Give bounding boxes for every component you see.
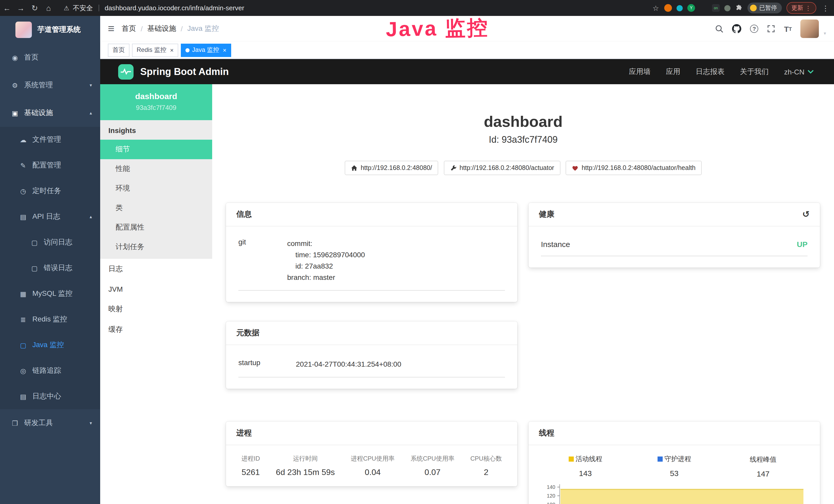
sidebar-item-config-mgmt[interactable]: ✎ 配置管理 (0, 153, 100, 178)
sidebar-item-dev-tools[interactable]: ❒ 研发工具 ▾ (0, 409, 100, 437)
sba-menu-performance[interactable]: 性能 (100, 159, 212, 179)
sba-menu-environment[interactable]: 环境 (100, 179, 212, 198)
bookmark-star-icon[interactable]: ☆ (652, 4, 660, 12)
hamburger-menu-icon[interactable]: ≡ (100, 23, 122, 35)
sba-nav-journal[interactable]: 日志报表 (696, 67, 725, 76)
threads-chart-plot (559, 484, 808, 504)
github-icon[interactable] (732, 24, 741, 33)
sba-menu-mappings[interactable]: 映射 (100, 299, 212, 319)
extension-icon-orange[interactable] (664, 4, 672, 12)
sidebar-item-access-logs[interactable]: ▢ 访问日志 (0, 230, 100, 255)
divider (98, 5, 99, 11)
layers-icon: ≣ (19, 316, 28, 323)
error-log-icon: ▢ (30, 264, 39, 272)
sba-menu-logs[interactable]: 日志 (100, 259, 212, 279)
browser-home-icon[interactable]: ⌂ (42, 4, 56, 12)
sidebar-item-file-mgmt[interactable]: ☁ 文件管理 (0, 127, 100, 153)
threads-chart-area (561, 489, 804, 504)
chrome-update-button[interactable]: 更新 ⋮ (786, 2, 816, 14)
extension-icon-green[interactable]: Y (687, 4, 695, 12)
app-title: 芋道管理系统 (38, 25, 81, 35)
metric-pid: 进程ID 5261 (241, 455, 260, 477)
sidebar-item-java-monitor[interactable]: ▢ Java 监控 (0, 332, 100, 358)
api-log-icon: ▤ (19, 213, 28, 221)
extension-icon-grid[interactable] (700, 4, 707, 12)
sba-nav-wallboard[interactable]: 应用墙 (629, 67, 651, 76)
sidebar-item-home[interactable]: ◉ 首页 (0, 44, 100, 71)
chevron-down-icon (808, 70, 814, 74)
extension-icon-leaf[interactable] (724, 5, 730, 11)
extension-icon-on-badge[interactable]: on (712, 4, 720, 12)
instance-id: Id: 93a3fc7f7409 (212, 135, 834, 145)
health-instance-row[interactable]: Instance UP (541, 234, 808, 256)
profile-paused-badge[interactable]: 已暂停 (747, 3, 782, 13)
extension-icon-teal[interactable] (677, 5, 683, 11)
sidebar-item-infrastructure[interactable]: ▣ 基础设施 ▴ (0, 99, 100, 127)
process-metrics: 进程ID 5261 运行时间 6d 23h 15m 59s 进程CPU使用率 0… (238, 452, 505, 477)
breadcrumb-infrastructure[interactable]: 基础设施 (147, 24, 176, 33)
sidebar-item-tracing[interactable]: ◎ 链路追踪 (0, 358, 100, 384)
url-text: dashboard.yudao.iocoder.cn/infra/admin-s… (105, 4, 244, 12)
service-url-button[interactable]: http://192.168.0.2:48080/ (345, 161, 438, 175)
swatch-blue (657, 457, 662, 462)
card-metadata: 元数据 startup 2021-04-27T00:44:31.254+08:0… (226, 321, 517, 389)
screen: ← → ↻ ⌂ ⚠ 不安全 dashboard.yudao.iocoder.cn… (0, 0, 834, 504)
tags-view: 首页 Redis 监控 × Java 监控 × (100, 42, 834, 59)
user-avatar[interactable] (800, 20, 819, 38)
fullscreen-icon[interactable] (767, 25, 775, 33)
locale-select[interactable]: zh-CN (784, 68, 814, 76)
breadcrumb-home[interactable]: 首页 (122, 24, 136, 33)
infrastructure-icon: ▣ (10, 109, 20, 117)
close-icon[interactable]: × (223, 46, 226, 54)
sba-nav-applications[interactable]: 应用 (666, 67, 680, 76)
metric-uptime: 运行时间 6d 23h 15m 59s (276, 455, 335, 477)
close-icon[interactable]: × (170, 46, 174, 54)
sba-selected-instance[interactable]: dashboard 93a3fc7f7409 (100, 84, 212, 120)
sba-menu-classes[interactable]: 类 (100, 198, 212, 218)
sidebar-item-cron-jobs[interactable]: ◷ 定时任务 (0, 178, 100, 204)
tab-java-monitor[interactable]: Java 监控 × (181, 43, 231, 57)
card-info: 信息 git commit: time: 1596289704000 id: 2… (226, 203, 517, 302)
forward-icon[interactable]: → (14, 4, 28, 12)
sidebar-item-api-logs[interactable]: ▤ API 日志 ▴ (0, 204, 100, 230)
sidebar-item-system-mgmt[interactable]: ⚙ 系统管理 ▾ (0, 71, 100, 99)
status-badge: UP (797, 240, 808, 249)
sidebar-item-mysql-monitor[interactable]: ▦ MySQL 监控 (0, 281, 100, 306)
sba-menu-config-props[interactable]: 配置属性 (100, 218, 212, 237)
sidebar-menu: ◉ 首页 ⚙ 系统管理 ▾ ▣ 基础设施 ▴ ☁ 文件管理 ✎ 配置管理 (0, 44, 100, 437)
reload-icon[interactable]: ↻ (28, 3, 42, 13)
sba-nav-about[interactable]: 关于我们 (740, 67, 769, 76)
actuator-url-button[interactable]: http://192.168.0.2:48080/actuator (444, 161, 560, 175)
extensions-puzzle-icon[interactable] (735, 4, 743, 12)
app-logo-image (16, 22, 32, 38)
help-icon[interactable]: ? (750, 25, 758, 33)
card-process: 进程 进程ID 5261 运行时间 6d 23h 15m 59s 进程CPU使用… (226, 421, 517, 486)
sba-menu-details[interactable]: 细节 (100, 140, 212, 159)
spring-boot-admin-logo[interactable] (118, 64, 134, 79)
info-git-row: git commit: time: 1596289704000 id: 27aa… (238, 234, 505, 291)
app-logo[interactable]: 芋道管理系统 (0, 16, 100, 44)
sba-menu-scheduled-tasks[interactable]: 计划任务 (100, 237, 212, 257)
address-bar[interactable]: ⚠ 不安全 dashboard.yudao.iocoder.cn/infra/a… (64, 3, 652, 13)
sidebar-item-redis-monitor[interactable]: ≣ Redis 监控 (0, 306, 100, 332)
sba-menu-caches[interactable]: 缓存 (100, 319, 212, 340)
font-size-icon[interactable]: TT (784, 24, 792, 33)
caret-down-icon: ▾ (824, 31, 826, 38)
sidebar-item-error-logs[interactable]: ▢ 错误日志 (0, 255, 100, 281)
browser-actions: ☆ Y on 已暂停 更新 ⋮ ⋮ (652, 2, 834, 14)
chevron-up-icon: ▴ (90, 110, 92, 116)
tab-redis-monitor[interactable]: Redis 监控 × (132, 43, 178, 57)
threads-legend: 活动线程 143 守护进程 53 线程峰值 147 (541, 452, 808, 478)
sba-brand-title[interactable]: Spring Boot Admin (140, 66, 229, 77)
history-icon[interactable]: ↺ (803, 210, 810, 219)
sidebar-item-log-center[interactable]: ▤ 日志中心 (0, 384, 100, 409)
back-icon[interactable]: ← (0, 4, 14, 12)
browser-menu-icon[interactable]: ⋮ (822, 4, 829, 12)
health-url-button[interactable]: http://192.168.0.2:48080/actuator/health (566, 161, 701, 175)
browser-toolbar: ← → ↻ ⌂ ⚠ 不安全 dashboard.yudao.iocoder.cn… (0, 0, 834, 16)
sba-menu-jvm[interactable]: JVM (100, 279, 212, 299)
chevron-down-icon: ▾ (90, 420, 92, 426)
search-icon[interactable] (715, 25, 723, 33)
tab-home[interactable]: 首页 (108, 43, 129, 57)
edit-icon: ✎ (19, 161, 28, 169)
